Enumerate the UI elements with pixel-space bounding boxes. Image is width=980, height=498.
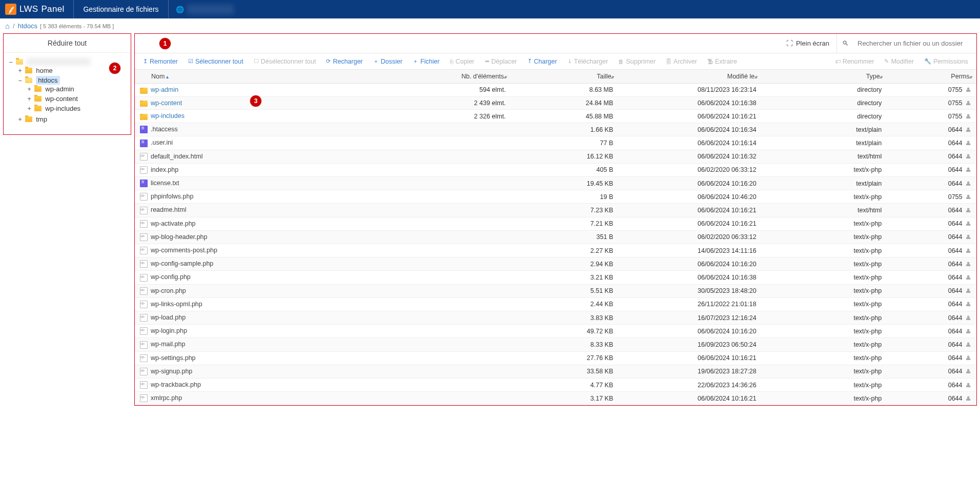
file-name[interactable]: wp-mail.php	[151, 341, 185, 348]
col-modified[interactable]: Modifié le	[618, 70, 761, 84]
file-modified: 14/06/2023 14:11:16	[618, 244, 761, 257]
user-icon	[966, 181, 971, 187]
table-row[interactable]: wp-comments-post.php2.27 KB14/06/2023 14…	[135, 244, 976, 257]
file-type: text/x-php	[762, 244, 887, 257]
up-button[interactable]: ↥Remonter	[139, 56, 182, 67]
table-row[interactable]: .htaccess1.66 KB06/06/2024 10:16:34text/…	[135, 123, 976, 136]
col-count[interactable]: Nb. d'éléments	[403, 70, 511, 84]
fullscreen-button[interactable]: Plein écran	[779, 34, 836, 53]
file-count	[403, 136, 511, 150]
file-name[interactable]: wp-links-opml.php	[151, 301, 202, 308]
table-row[interactable]: wp-trackback.php4.77 KB22/06/2023 14:36:…	[135, 378, 976, 391]
tree-toggle[interactable]: +	[26, 105, 32, 112]
file-name[interactable]: wp-content	[151, 99, 182, 107]
select-all-button[interactable]: ☑Sélectionner tout	[184, 56, 248, 67]
table-row[interactable]: wp-cron.php5.51 KB30/05/2023 18:48:20tex…	[135, 284, 976, 297]
user-icon	[966, 87, 971, 93]
reload-button[interactable]: ⟳Recharger	[322, 56, 366, 67]
col-type[interactable]: Type	[762, 70, 887, 84]
file-name[interactable]: license.txt	[151, 180, 179, 187]
brand-logo[interactable]: 𝒻 LWS Panel	[5, 0, 74, 18]
table-row[interactable]: wp-includes2 326 elmt.45.88 MB06/06/2024…	[135, 110, 976, 123]
table-row[interactable]: .user.ini77 B06/06/2024 10:16:14text/pla…	[135, 136, 976, 150]
file-name[interactable]: default_index.html	[151, 153, 202, 160]
col-perms[interactable]: Perms	[887, 70, 976, 84]
tree-toggle[interactable]: +	[17, 67, 23, 74]
table-row[interactable]: wp-activate.php7.21 KB06/06/2024 10:16:2…	[135, 217, 976, 230]
domain-selector[interactable]: hidden	[168, 0, 234, 18]
file-count	[403, 230, 511, 244]
table-row[interactable]: phpinfolws.php19 B06/06/2024 10:46:20tex…	[135, 190, 976, 204]
table-row[interactable]: wp-settings.php27.76 KB06/06/2024 10:16:…	[135, 351, 976, 365]
tree-item-wpcontent[interactable]: wp-content	[45, 95, 78, 103]
file-name[interactable]: wp-cron.php	[151, 287, 186, 294]
table-row[interactable]: wp-admin594 elmt.8.63 MB08/11/2023 16:23…	[135, 84, 976, 97]
table-row[interactable]: license.txt19.45 KB06/06/2024 10:16:20te…	[135, 176, 976, 190]
file-name[interactable]: wp-settings.php	[151, 354, 196, 362]
file-name[interactable]: wp-load.php	[151, 314, 186, 321]
tree-toggle[interactable]: −	[17, 77, 23, 84]
file-name[interactable]: wp-login.php	[151, 327, 187, 334]
file-name[interactable]: wp-config.php	[151, 273, 191, 281]
user-icon	[966, 315, 971, 321]
file-name[interactable]: wp-activate.php	[151, 220, 196, 227]
table-row[interactable]: readme.html7.23 KB06/06/2024 10:16:21tex…	[135, 204, 976, 217]
file-name[interactable]: .user.ini	[151, 139, 173, 146]
file-size: 27.76 KB	[511, 351, 619, 365]
file-name[interactable]: wp-signup.php	[151, 368, 192, 375]
new-folder-button[interactable]: ＋Dossier	[369, 55, 406, 67]
table-row[interactable]: wp-load.php3.83 KB16/07/2023 12:16:24tex…	[135, 311, 976, 324]
extract-label: Extraire	[715, 58, 737, 65]
col-size[interactable]: Taille	[511, 70, 619, 84]
user-icon	[966, 301, 971, 307]
file-name[interactable]: wp-includes	[151, 112, 185, 119]
tree-item-htdocs[interactable]: htdocs	[36, 76, 59, 85]
table-row[interactable]: wp-config.php3.21 KB06/06/2024 10:16:38t…	[135, 271, 976, 284]
file-modified: 22/06/2023 14:36:26	[618, 378, 761, 391]
tree-item-wpincludes[interactable]: wp-includes	[45, 105, 80, 112]
upload-button[interactable]: ⤒Charger	[523, 56, 561, 67]
archive-button: 🗄Archiver	[662, 56, 701, 67]
table-row[interactable]: wp-content2 439 elmt.24.84 MB06/06/2024 …	[135, 96, 976, 110]
file-size: 45.88 MB	[511, 110, 619, 123]
file-name[interactable]: wp-blog-header.php	[151, 233, 208, 241]
tree-root-label[interactable]: xxxxxxxxxx	[27, 58, 91, 66]
file-name[interactable]: index.php	[151, 166, 178, 173]
table-row[interactable]: wp-config-sample.php2.94 KB06/06/2024 10…	[135, 257, 976, 271]
file-name[interactable]: .htaccess	[151, 126, 178, 133]
user-icon	[966, 153, 971, 160]
file-name[interactable]: wp-comments-post.php	[151, 247, 217, 254]
file-size: 7.23 KB	[511, 204, 619, 217]
file-name[interactable]: wp-admin	[151, 86, 178, 93]
file-name[interactable]: phpinfolws.php	[151, 193, 193, 200]
table-row[interactable]: wp-blog-header.php351 B06/02/2020 06:33:…	[135, 230, 976, 244]
search-input[interactable]	[853, 34, 976, 53]
file-name[interactable]: xmlrpc.php	[151, 394, 182, 402]
file-name[interactable]: wp-trackback.php	[151, 381, 201, 388]
new-folder-label: Dossier	[381, 58, 402, 65]
tree-item-home[interactable]: home	[36, 67, 53, 74]
table-row[interactable]: default_index.html16.12 KB06/06/2024 10:…	[135, 150, 976, 163]
table-row[interactable]: index.php405 B06/02/2020 06:33:12text/x-…	[135, 163, 976, 176]
file-name[interactable]: wp-config-sample.php	[151, 260, 213, 267]
tree-toggle[interactable]: −	[8, 58, 14, 66]
tree-item-tmp[interactable]: tmp	[36, 115, 47, 123]
file-name[interactable]: readme.html	[151, 206, 186, 213]
table-row[interactable]: wp-login.php49.72 KB06/06/2024 10:16:20t…	[135, 325, 976, 338]
brand-name-1: LWS	[19, 4, 38, 14]
collapse-all-button[interactable]: Réduire tout	[4, 34, 131, 53]
tree-toggle[interactable]: +	[26, 95, 32, 103]
new-file-button[interactable]: ＋Fichier	[409, 55, 444, 67]
table-row[interactable]: wp-links-opml.php2.44 KB26/11/2022 21:01…	[135, 297, 976, 311]
file-count	[403, 284, 511, 297]
table-row[interactable]: xmlrpc.php3.17 KB06/06/2024 10:16:21text…	[135, 392, 976, 405]
tree-toggle[interactable]: +	[17, 116, 23, 123]
rename-label: Renommer	[843, 58, 874, 65]
table-row[interactable]: wp-mail.php8.33 KB16/09/2023 06:50:24tex…	[135, 338, 976, 351]
tree-toggle[interactable]: +	[26, 86, 32, 93]
tree-item-wpadmin[interactable]: wp-admin	[45, 85, 74, 93]
breadcrumb-home[interactable]	[5, 22, 10, 30]
col-name[interactable]: Nom	[135, 70, 403, 84]
breadcrumb-current[interactable]: htdocs	[18, 22, 37, 30]
table-row[interactable]: wp-signup.php33.58 KB19/06/2023 18:27:28…	[135, 365, 976, 378]
